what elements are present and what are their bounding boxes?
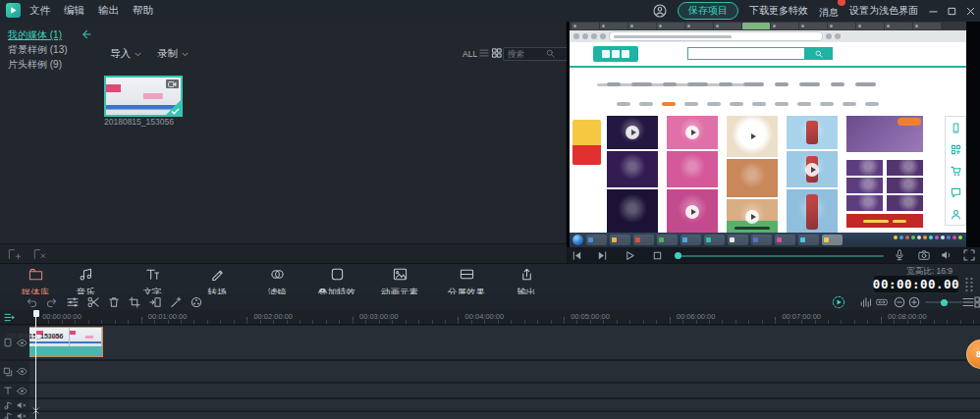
redo-icon[interactable]	[46, 296, 58, 308]
collapse-sidebar-icon[interactable]	[81, 29, 91, 39]
undo-icon[interactable]	[26, 296, 37, 308]
recorded-thumb-column	[607, 116, 658, 236]
recorded-taskbar-item-icon	[682, 237, 687, 242]
timecode-options-icon[interactable]	[964, 277, 974, 291]
recorded-tray-icon	[894, 236, 898, 239]
timeline-ruler[interactable]: 00:00:00:0000:01:00:0000:02:00:0000:03:0…	[0, 310, 980, 325]
recorded-nav-link	[707, 102, 721, 106]
recorded-taskbar-item-icon	[635, 237, 640, 242]
playback-slider-handle[interactable]	[675, 252, 681, 259]
recorded-site-divider	[570, 66, 966, 68]
recorded-browser-tab	[742, 23, 770, 29]
fit-timeline-icon[interactable]	[876, 296, 888, 308]
eye-icon[interactable]	[17, 386, 27, 396]
split-icon[interactable]	[87, 296, 99, 308]
recorded-nav-link	[797, 102, 811, 106]
fullscreen-button[interactable]	[963, 249, 975, 261]
recorded-thumb	[607, 151, 658, 187]
export-icon	[519, 267, 534, 282]
zoom-out-icon[interactable]	[894, 296, 905, 308]
record-dropdown[interactable]: 录制	[157, 47, 189, 61]
grid-view-icon[interactable]	[492, 48, 502, 58]
audio-mixer-icon[interactable]	[67, 296, 79, 308]
menu-item[interactable]: 帮助	[133, 4, 153, 18]
zoom-slider-handle[interactable]	[941, 299, 948, 306]
recorded-browser-tab	[600, 23, 627, 29]
add-folder-icon[interactable]	[8, 248, 22, 260]
messages-label: 消息	[819, 7, 839, 18]
search-input[interactable]	[503, 47, 572, 61]
recorded-nav-link	[631, 82, 652, 86]
mute-icon[interactable]	[17, 411, 27, 419]
recorded-nav-link	[719, 82, 733, 86]
recorded-thumb	[787, 151, 838, 187]
save-project-button[interactable]: 保存项目	[678, 2, 738, 20]
previous-frame-button[interactable]	[572, 250, 582, 261]
account-icon[interactable]	[653, 4, 667, 18]
snapshot-button[interactable]	[918, 249, 930, 261]
microphone-button[interactable]	[894, 249, 905, 261]
audio-meter-icon[interactable]	[860, 296, 872, 308]
crop-icon[interactable]	[129, 296, 140, 308]
mute-icon[interactable]	[17, 400, 27, 410]
media-category[interactable]: 我的媒体 (1)	[8, 28, 68, 42]
app-logo-icon	[6, 3, 21, 18]
maximize-button[interactable]	[948, 7, 956, 16]
next-frame-button[interactable]	[597, 250, 608, 261]
recorded-nav-link	[799, 82, 820, 86]
messages-button[interactable]: 消息	[819, 2, 839, 20]
color-tuning-icon[interactable]	[191, 296, 202, 308]
recorded-nav-link	[617, 102, 630, 106]
recorded-promo-button	[898, 118, 921, 126]
recorded-thumb-column	[846, 116, 923, 228]
eye-icon[interactable]	[17, 366, 27, 377]
close-button[interactable]	[966, 7, 975, 16]
stop-button[interactable]	[652, 250, 663, 261]
playback-slider[interactable]	[676, 255, 884, 257]
play-button[interactable]	[625, 250, 635, 261]
volume-button[interactable]	[941, 249, 953, 261]
menu-item[interactable]: 输出	[98, 4, 119, 18]
ripple-edit-icon[interactable]	[149, 296, 161, 308]
recorded-tray-icon	[941, 236, 945, 239]
recorded-nav-link	[831, 82, 844, 86]
recorded-thumb	[667, 116, 718, 149]
menu-item[interactable]: 编辑	[64, 4, 84, 18]
recorded-taskbar-item-icon	[730, 237, 735, 242]
recorded-taskbar-item	[610, 235, 630, 245]
media-category[interactable]: 背景样例 (13)	[8, 43, 68, 57]
recorded-nav-link	[865, 102, 879, 106]
track-manager-icon[interactable]	[4, 313, 15, 322]
recorded-taskbar-item	[728, 235, 748, 245]
media-item-thumbnail[interactable]	[104, 76, 183, 117]
delete-icon[interactable]	[108, 296, 120, 308]
text-track-icon	[3, 386, 13, 395]
track-list-icon[interactable]	[962, 296, 974, 308]
recorded-tray-icon	[935, 236, 939, 239]
download-effects-button[interactable]: 下载更多特效	[749, 4, 808, 18]
recorded-taskbar-item-icon	[588, 237, 593, 242]
recorded-play-overlay-icon	[745, 210, 759, 224]
media-category[interactable]: 片头样例 (9)	[8, 58, 68, 72]
minimize-button[interactable]	[929, 7, 938, 16]
light-theme-toggle[interactable]: 设置为浅色界面	[849, 4, 918, 18]
menu-item[interactable]: 文件	[29, 4, 50, 18]
advanced-tool-icon[interactable]	[170, 296, 182, 308]
recorded-site-search-button	[805, 47, 833, 60]
render-preview-icon[interactable]	[832, 295, 845, 309]
recorded-nav-link	[607, 82, 621, 86]
zoom-in-icon[interactable]	[908, 296, 920, 308]
filter-all-button[interactable]: ALL	[463, 49, 477, 59]
delete-folder-icon[interactable]	[33, 248, 47, 260]
recorded-play-overlay-icon	[626, 126, 639, 139]
playhead[interactable]	[35, 310, 36, 419]
recorded-nav-link	[775, 82, 789, 86]
chat-icon	[951, 187, 961, 198]
recorded-thumb-small	[887, 160, 923, 176]
audio-track-icon	[3, 411, 13, 419]
recorded-ad-banner	[572, 120, 601, 165]
track-grid-icon[interactable]	[974, 296, 980, 308]
track-lane-audio	[29, 412, 980, 419]
import-dropdown[interactable]: 导入	[110, 47, 141, 61]
list-view-icon[interactable]	[479, 48, 489, 58]
